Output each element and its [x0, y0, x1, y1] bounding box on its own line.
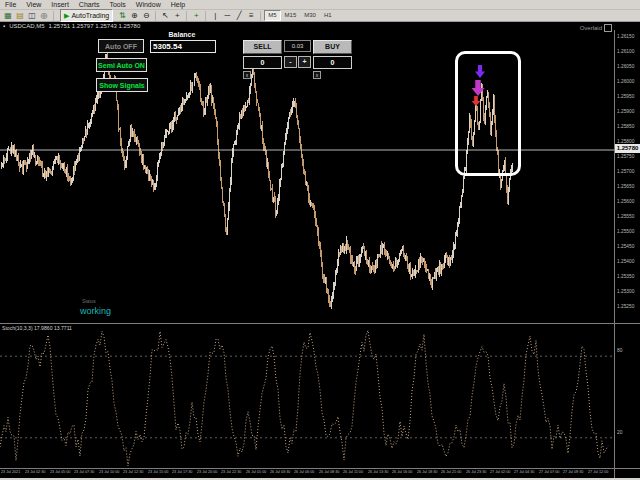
indicator-label: Stoch(10,3,3) 17.9860 13.7711	[2, 326, 72, 331]
stochastic-indicator-chart	[0, 325, 614, 468]
balance-value: 5305.54	[150, 40, 216, 53]
timeframe-button-m15[interactable]: M15	[281, 10, 301, 21]
candles-bear	[4, 52, 507, 308]
overlaid-label: Overlaid	[580, 24, 612, 32]
timeframe-button-m30[interactable]: M30	[300, 10, 320, 21]
price-axis-label: 1.25600	[617, 199, 634, 204]
indicators-icon[interactable]: +	[190, 11, 202, 21]
price-axis-label: 1.26000	[617, 79, 634, 84]
menu-item-help[interactable]: Help	[166, 0, 190, 9]
time-axis-label: 23 Jul 22:30	[221, 470, 241, 474]
stoch-level-label: 80	[617, 348, 622, 353]
horizontal-line-icon[interactable]: ─	[221, 11, 233, 21]
pane-splitter[interactable]	[0, 323, 640, 324]
cursor-icon[interactable]: ↖	[159, 11, 171, 21]
time-axis-label: 26 Jul 16:00	[392, 470, 412, 474]
time-axis-label: 23 Jul 12:30	[123, 470, 143, 474]
price-axis-label: 1.25650	[617, 184, 634, 189]
buy-close-button[interactable]: x	[313, 71, 321, 79]
time-axis-label: 23 Jul 15:00	[148, 470, 168, 474]
time-axis-label: 26 Jul 21:00	[441, 470, 461, 474]
toolbar-group-order-zoom: ⇅⊕⊖	[116, 11, 156, 21]
lot-increase-button[interactable]: +	[298, 56, 311, 68]
menu-item-insert[interactable]: Insert	[46, 0, 74, 9]
price-axis-label: 1.25900	[617, 109, 634, 114]
time-axis-label: 27 Jul 07:00	[539, 470, 559, 474]
stoch-level-label: 20	[617, 430, 622, 435]
time-axis-label: 26 Jul 23:30	[466, 470, 486, 474]
price-axis-label: 1.25950	[617, 94, 634, 99]
price-axis-label: 1.26150	[617, 34, 634, 39]
time-axis-label: 27 Jul 02:00	[490, 470, 510, 474]
time-axis[interactable]: 23 Jul 202123 Jul 02:3023 Jul 05:0023 Ju…	[0, 469, 614, 478]
price-axis-label: 1.25550	[617, 214, 634, 219]
time-axis-label: 26 Jul 06:00	[294, 470, 314, 474]
signal-highlight-box	[455, 51, 521, 176]
price-axis-label: 1.25250	[617, 304, 634, 309]
time-axis-label: 23 Jul 20:00	[197, 470, 217, 474]
price-axis-label: 1.26050	[617, 64, 634, 69]
menu-item-file[interactable]: File	[0, 0, 21, 9]
profiles-icon[interactable]: ▤	[14, 11, 26, 21]
toolbar-group-files: ▦▤◫◎	[2, 11, 54, 21]
main-price-chart	[0, 30, 614, 322]
toolbar-group-cursor: ↖+	[159, 11, 187, 21]
status-label: Status	[82, 299, 96, 304]
find-symbol-icon[interactable]: ◎	[38, 11, 50, 21]
show-signals-button[interactable]: Show Signals	[96, 78, 148, 92]
menu-item-charts[interactable]: Charts	[74, 0, 105, 9]
time-axis-label: 23 Jul 10:00	[99, 470, 119, 474]
sell-close-button[interactable]: x	[243, 71, 251, 79]
symbol-name: USDCAD,M5	[9, 22, 44, 30]
market-watch-icon[interactable]: ◫	[26, 11, 38, 21]
menu-item-view[interactable]: View	[21, 0, 46, 9]
zoom-in-icon[interactable]: ⊕	[128, 11, 140, 21]
new-chart-icon[interactable]: ▦	[2, 11, 14, 21]
time-axis-label: 23 Jul 07:30	[74, 470, 94, 474]
time-axis-label: 23 Jul 02:30	[25, 470, 45, 474]
symbol-ohlc: 1.25751 1.25797 1.25743 1.25780	[48, 22, 140, 30]
toolbar: ▦▤◫◎ ▶ AutoTrading ⇅⊕⊖ ↖+ + |─╱≡ M5M15M3…	[0, 10, 640, 22]
price-axis[interactable]: 1.261501.261001.260501.260001.259501.259…	[615, 30, 640, 468]
price-axis-label: 1.25450	[617, 244, 634, 249]
buy-count-box: 0	[313, 56, 352, 69]
fibonacci-icon[interactable]: ≡	[245, 11, 257, 21]
vertical-line-icon[interactable]: |	[209, 11, 221, 21]
autotrading-label: AutoTrading	[71, 12, 109, 19]
overlaid-icon	[604, 24, 612, 32]
overlaid-text: Overlaid	[580, 25, 602, 31]
crosshair-icon[interactable]: +	[171, 11, 183, 21]
status-value: working	[80, 306, 111, 316]
lot-decrease-button[interactable]: -	[284, 56, 297, 68]
zoom-out-icon[interactable]: ⊖	[140, 11, 152, 21]
lot-size-input[interactable]: 0.03	[284, 40, 311, 52]
toolbar-group-indicators: +	[190, 11, 206, 21]
trendline-icon[interactable]: ╱	[233, 11, 245, 21]
time-axis-label: 27 Jul 04:30	[514, 470, 534, 474]
symbol-bar: ▪ USDCAD,M5 1.25751 1.25797 1.25743 1.25…	[0, 22, 640, 30]
sell-button[interactable]: SELL	[243, 40, 282, 54]
time-axis-label: 26 Jul 08:30	[319, 470, 339, 474]
price-axis-label: 1.25700	[617, 169, 634, 174]
current-price-tag: 1.25780	[615, 144, 640, 153]
autotrading-play-icon: ▶	[64, 12, 69, 20]
semi-auto-on-button[interactable]: Semi Auto ON	[96, 58, 147, 72]
price-axis-label: 1.25750	[617, 154, 634, 159]
autotrading-button[interactable]: ▶ AutoTrading	[60, 9, 113, 22]
timeframe-button-h1[interactable]: H1	[320, 10, 336, 21]
menu-item-tools[interactable]: Tools	[104, 0, 130, 9]
timeframe-button-m5[interactable]: M5	[264, 10, 280, 21]
buy-button[interactable]: BUY	[313, 40, 352, 54]
time-axis-label: 27 Jul 09:30	[563, 470, 583, 474]
auto-off-button[interactable]: Auto OFF	[98, 39, 144, 53]
time-axis-label: 27 Jul 12:00	[588, 470, 608, 474]
time-axis-label: 26 Jul 03:30	[270, 470, 290, 474]
menu-item-window[interactable]: Window	[131, 0, 166, 9]
time-axis-label: 26 Jul 13:30	[368, 470, 388, 474]
price-axis-label: 1.25300	[617, 289, 634, 294]
new-order-icon[interactable]: ⇅	[116, 11, 128, 21]
time-axis-label: 26 Jul 11:00	[343, 470, 363, 474]
price-axis-label: 1.25400	[617, 259, 634, 264]
time-axis-label: 26 Jul 18:30	[417, 470, 437, 474]
time-axis-label: 23 Jul 05:00	[50, 470, 70, 474]
